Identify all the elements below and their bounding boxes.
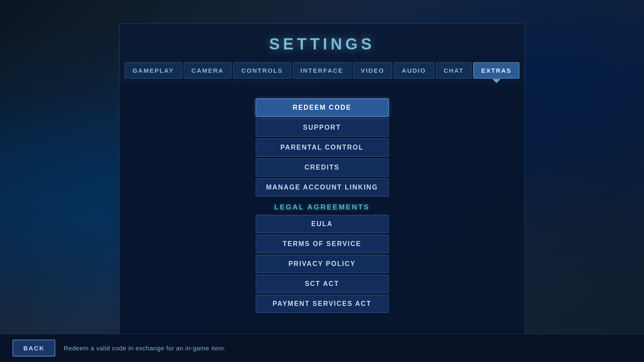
manage-account-linking-button[interactable]: MANAGE ACCOUNT LINKING	[255, 178, 389, 197]
terms-of-service-button[interactable]: TERMS OF SERVICE	[255, 235, 389, 253]
content-area: REDEEM CODE SUPPORT PARENTAL CONTROL CRE…	[120, 86, 525, 339]
tab-controls[interactable]: CONTROLS	[233, 62, 291, 79]
tab-chat[interactable]: CHAT	[436, 62, 472, 79]
sct-act-button[interactable]: SCT ACT	[255, 275, 389, 293]
back-button[interactable]: BACK	[12, 340, 55, 357]
parental-control-button[interactable]: PARENTAL CONTROL	[255, 138, 389, 157]
support-button[interactable]: SUPPORT	[255, 118, 389, 137]
tab-camera[interactable]: CAMERA	[183, 62, 232, 79]
bottom-bar: BACK Redeem a valid code in exchange for…	[0, 334, 644, 362]
credits-button[interactable]: CREDITS	[255, 158, 389, 177]
tab-interface[interactable]: INTERFACE	[292, 62, 351, 79]
tab-extras[interactable]: EXTRAS	[473, 62, 520, 79]
tab-audio[interactable]: AUDIO	[394, 62, 434, 79]
tab-gameplay[interactable]: GAMEPLAY	[124, 62, 182, 79]
tab-video[interactable]: VIDEO	[353, 62, 392, 79]
hint-text: Redeem a valid code in exchange for an i…	[64, 345, 226, 352]
payment-services-act-button[interactable]: PAYMENT SERVICES ACT	[255, 295, 389, 313]
legal-agreements-header: LEGAL AGREEMENTS	[274, 203, 369, 212]
settings-title: SETTINGS	[269, 35, 375, 53]
eula-button[interactable]: EULA	[255, 215, 389, 233]
privacy-policy-button[interactable]: PRIVACY POLICY	[255, 255, 389, 273]
tabs-container: GAMEPLAY CAMERA CONTROLS INTERFACE VIDEO…	[120, 62, 525, 79]
redeem-code-button[interactable]: REDEEM CODE	[255, 99, 389, 117]
settings-panel: SETTINGS GAMEPLAY CAMERA CONTROLS INTERF…	[119, 23, 525, 339]
